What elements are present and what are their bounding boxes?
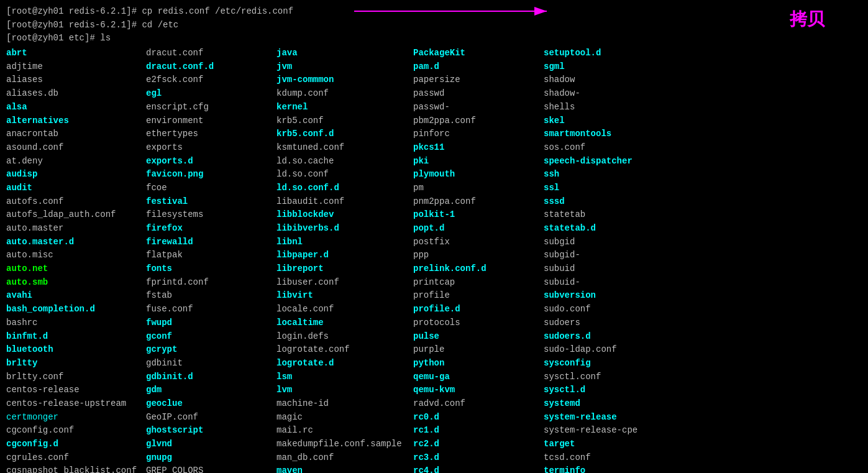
list-item: rc2.d <box>413 438 544 451</box>
list-item: pki <box>413 155 544 168</box>
terminal: [root@zyh01 redis-6.2.1]# cp redis.conf … <box>6 5 862 473</box>
list-item: krb5.conf <box>276 114 413 128</box>
list-item: brltty <box>6 357 146 370</box>
list-item: pnm2ppa.conf <box>413 195 544 209</box>
list-item: subuid <box>544 262 674 276</box>
list-item: libibverbs.d <box>276 222 413 236</box>
list-item: ld.so.conf <box>276 168 413 181</box>
list-item: fuse.conf <box>146 303 276 316</box>
list-item: dracut.conf <box>146 47 276 60</box>
list-item: pam.d <box>413 60 544 74</box>
list-item: binfmt.d <box>6 330 146 344</box>
list-item: aliases <box>6 73 146 87</box>
list-item: exports <box>146 141 276 155</box>
list-item: pinforc <box>413 127 544 141</box>
list-item: gdm <box>146 383 276 397</box>
list-item: libaudit.conf <box>276 195 413 209</box>
list-item: gconf <box>146 330 276 344</box>
list-item: libreport <box>276 262 413 276</box>
list-item: profile <box>413 289 544 303</box>
list-item: autofs_ldap_auth.conf <box>6 208 146 222</box>
list-item: festival <box>146 195 276 209</box>
list-item: ld.so.cache <box>276 155 413 168</box>
list-item: postfix <box>413 236 544 249</box>
list-item: jvm-commmon <box>276 73 413 87</box>
list-item: sudo-ldap.conf <box>544 343 674 357</box>
list-item: machine-id <box>276 397 413 411</box>
list-item: shadow <box>544 73 674 87</box>
list-item: popt.d <box>413 222 544 236</box>
list-item: sssd <box>544 195 674 209</box>
list-item: sysctl.d <box>544 383 674 397</box>
list-item: audit <box>6 181 146 195</box>
list-item: alsa <box>6 101 146 114</box>
list-item: java <box>276 47 413 60</box>
list-item: auto.master.d <box>6 236 146 249</box>
list-item: brltty.conf <box>6 370 146 384</box>
list-item: kernel <box>276 101 413 114</box>
list-item: jvm <box>276 60 413 74</box>
list-item: ssl <box>544 181 674 195</box>
list-item: logrotate.conf <box>276 343 413 357</box>
list-item: python <box>413 357 544 370</box>
list-item: firefox <box>146 222 276 236</box>
list-item: libnl <box>276 236 413 249</box>
list-item: GREP_COLORS <box>146 464 276 473</box>
list-item: fcoe <box>146 181 276 195</box>
list-item: sgml <box>544 60 674 74</box>
list-item: statetab <box>544 208 674 222</box>
list-item: ethertypes <box>146 127 276 141</box>
list-item: subversion <box>544 289 674 303</box>
list-item: smartmontools <box>544 127 674 141</box>
list-item: qemu-kvm <box>413 383 544 397</box>
list-item: filesystems <box>146 208 276 222</box>
annotation-label: 拷贝 <box>790 7 825 31</box>
list-item: krb5.conf.d <box>276 127 413 141</box>
list-item: target <box>544 438 674 451</box>
list-item: passwd <box>413 87 544 101</box>
list-item: system-release <box>544 411 674 425</box>
list-item: auto.misc <box>6 249 146 262</box>
list-item: sudoers.d <box>544 330 674 344</box>
list-item: audisp <box>6 168 146 181</box>
list-item: rc0.d <box>413 411 544 425</box>
list-item: adjtime <box>6 60 146 74</box>
list-item: ghostscript <box>146 424 276 438</box>
list-item: terminfo <box>544 464 674 473</box>
list-item: fprintd.conf <box>146 276 276 290</box>
list-item: gnupg <box>146 451 276 465</box>
list-item: profile.d <box>413 303 544 316</box>
list-item: glvnd <box>146 438 276 451</box>
list-item: protocols <box>413 316 544 330</box>
list-item: mail.rc <box>276 424 413 438</box>
list-item: ssh <box>544 168 674 181</box>
list-item: speech-dispatcher <box>544 155 674 168</box>
list-item: fstab <box>146 289 276 303</box>
list-item: dracut.conf.d <box>146 60 276 74</box>
list-item: e2fsck.conf <box>146 73 276 87</box>
list-item: gdbinit <box>146 357 276 370</box>
list-item: shells <box>544 101 674 114</box>
list-item: pm <box>413 181 544 195</box>
list-item: firewalld <box>146 236 276 249</box>
list-item: statetab.d <box>544 222 674 236</box>
list-item: PackageKit <box>413 47 544 60</box>
list-item: plymouth <box>413 168 544 181</box>
list-item: auto.smb <box>6 276 146 290</box>
list-item: asound.conf <box>6 141 146 155</box>
list-item: cgsnapshot_blacklist.conf <box>6 464 146 473</box>
list-item: libuser.conf <box>276 276 413 290</box>
list-item: cgconfig.conf <box>6 424 146 438</box>
list-item: fwupd <box>146 316 276 330</box>
list-item: autofs.conf <box>6 195 146 209</box>
list-item: sudoers <box>544 316 674 330</box>
cmd-line-2: [root@zyh01 redis-6.2.1]# cd /etc <box>6 19 862 32</box>
list-item: passwd- <box>413 101 544 114</box>
list-item: sudo.conf <box>544 303 674 316</box>
list-item: libblockdev <box>276 208 413 222</box>
list-item: locale.conf <box>276 303 413 316</box>
list-item: certmonger <box>6 411 146 425</box>
list-item: libvirt <box>276 289 413 303</box>
list-item: enscript.cfg <box>146 101 276 114</box>
list-item: pbm2ppa.conf <box>413 114 544 128</box>
